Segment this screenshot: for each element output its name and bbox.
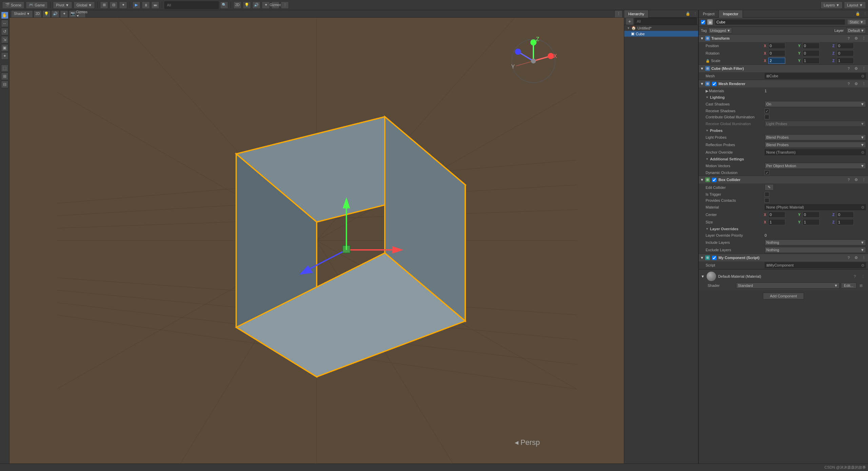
mesh-renderer-more-icon[interactable]: ⋮ [861,81,867,87]
transform-more-icon[interactable]: ⋮ [861,35,867,41]
scene-gizmos-btn[interactable]: Gizmos ▼ [78,10,86,18]
hierarchy-cube[interactable]: ▣ Cube [624,31,698,37]
rect-tool[interactable]: ▣ [1,44,8,52]
mesh-pick-icon[interactable]: ⊙ [861,74,864,78]
center-y-input[interactable] [803,212,820,218]
editor-tool-1[interactable]: ⬚ [1,64,8,72]
receive-gi-dropdown[interactable]: Light Probes ▼ [765,121,866,127]
step-btn[interactable]: ⏭ [151,1,159,9]
create-btn[interactable]: + [626,18,634,25]
inspector-tab[interactable]: Inspector [719,10,743,18]
add-component-btn[interactable]: Add Component [763,293,804,299]
material-edit-btn[interactable]: Edit... [841,282,856,289]
tag-dropdown[interactable]: Untagged▼ [708,27,732,34]
materials-arrow[interactable]: ▶ [706,89,708,93]
scale-y-input[interactable] [803,58,820,64]
cast-shadows-dropdown[interactable]: On ▼ [765,101,866,107]
my-component-settings-icon[interactable]: ⚙ [853,255,859,261]
layers-btn[interactable]: Layers▼ [821,1,843,9]
receive-shadows-check[interactable]: ✓ [765,109,769,113]
my-component-enable[interactable] [712,256,716,260]
transform-help-icon[interactable]: ? [846,35,852,41]
mesh-renderer-settings-icon[interactable]: ⚙ [853,81,859,87]
position-z-input[interactable] [837,43,854,49]
size-z-input[interactable] [837,219,854,225]
fx-btn[interactable]: ✦ [262,1,270,9]
layer-overrides-label[interactable]: ▼ Layer Overrides [699,226,868,232]
scene-tab-btn[interactable]: 🎬 Scene [2,1,24,9]
more-btn[interactable]: ⋮ [281,1,289,9]
object-name-field[interactable] [715,19,845,25]
shading-btn[interactable]: Shaded ▼ [11,10,33,18]
scene-view[interactable]: Shaded ▼ 2D 💡 🔊 ✦ 📷 Gizmos ▼ ⋮ [9,10,624,464]
scene-light-btn[interactable]: 💡 [42,10,51,18]
is-trigger-check[interactable] [765,192,769,197]
transform-settings-icon[interactable]: ⚙ [853,35,859,41]
search-icon[interactable]: 🔍 [220,1,228,9]
anchor-ref-field[interactable]: None (Transform) ⊙ [765,149,866,155]
scale-lock-icon[interactable]: 🔒 [706,59,710,63]
scene-more-btn[interactable]: ⋮ [614,10,623,18]
scene-audio-btn[interactable]: 🔊 [51,10,59,18]
mesh-renderer-enable[interactable] [712,82,716,86]
contribute-gi-check[interactable] [765,115,769,119]
project-tab[interactable]: Project [699,10,719,18]
hierarchy-tab[interactable]: Hierarchy [624,10,649,18]
rotation-x-input[interactable] [768,50,785,56]
layout-btn[interactable]: Layout▼ [844,1,866,9]
mesh-renderer-header[interactable]: ▼ ⊞ Mesh Renderer ? ⚙ ⋮ [699,80,868,87]
box-collider-more-icon[interactable]: ⋮ [861,177,867,183]
layer-dropdown[interactable]: Default▼ [846,27,866,34]
shader-dropdown[interactable]: Standard ▼ [736,282,840,289]
grid-snap-btn[interactable]: ⊞ [100,1,108,9]
scale-tool[interactable]: ⇲ [1,36,8,43]
mesh-filter-more-icon[interactable]: ⋮ [861,65,867,72]
script-ref-field[interactable]: ⊞ MyComponent ⊙ [765,262,866,268]
center-z-input[interactable] [837,212,854,218]
rotation-z-input[interactable] [837,50,854,56]
edit-collider-btn[interactable]: ✎ [765,184,774,191]
light-btn[interactable]: 💡 [243,1,251,9]
audio-btn[interactable]: 🔊 [252,1,260,9]
2d-btn[interactable]: 2D [233,1,241,9]
hierarchy-untitled[interactable]: ▼ 🏠 Untitled* [624,25,698,31]
move-tool[interactable]: ↔ [1,20,8,27]
exclude-layers-dropdown[interactable]: Nothing ▼ [765,247,866,253]
editor-tool-2[interactable]: ⊞ [1,73,8,80]
pause-btn[interactable]: ⏸ [142,1,150,9]
box-collider-enable[interactable] [712,178,716,182]
rotation-y-input[interactable] [803,50,820,56]
script-pick-icon[interactable]: ⊙ [861,263,864,268]
position-y-input[interactable] [803,43,820,49]
pivot-btn[interactable]: Pivot ▼ [53,1,72,9]
hierarchy-more-icon[interactable]: ⋮ [692,11,698,17]
mesh-renderer-help-icon[interactable]: ? [846,81,852,87]
mesh-ref-field[interactable]: ⊞ Cube ⊙ [765,73,866,79]
scene-fx-btn[interactable]: ✦ [60,10,68,18]
motion-vectors-dropdown[interactable]: Per Object Motion ▼ [765,163,866,169]
light-probes-dropdown[interactable]: Blend Probes ▼ [765,134,866,140]
material-expand-icon[interactable]: ⊞ [858,282,864,289]
transform-tool[interactable]: ✦ [1,52,8,60]
material-header[interactable]: ▼ Default-Material (Material) ? ⋮ [701,271,866,282]
hierarchy-lock-icon[interactable]: 🔒 [685,11,691,17]
material-more-icon[interactable]: ⋮ [860,273,866,279]
game-tab-btn[interactable]: 🎮 Game [26,1,48,9]
hierarchy-search[interactable] [634,18,697,25]
anchor-pick-icon[interactable]: ⊙ [861,150,864,155]
global-btn[interactable]: Global ▼ [74,1,95,9]
box-collider-settings-icon[interactable]: ⚙ [853,177,859,183]
transform-header[interactable]: ▼ ⊞ Transform ? ⚙ ⋮ [699,35,868,42]
center-x-input[interactable] [768,212,785,218]
box-collider-header[interactable]: ▼ ⊞ Box Collider ? ⚙ ⋮ [699,176,868,183]
material-help-icon[interactable]: ? [852,273,858,279]
collider-material-field[interactable]: None (Physic Material) ⊙ [765,204,866,210]
mesh-filter-settings-icon[interactable]: ⚙ [853,65,859,72]
size-x-input[interactable] [768,219,785,225]
position-x-input[interactable] [768,43,785,49]
scale-z-input[interactable] [837,58,854,64]
snap-btn[interactable]: ⊟ [110,1,118,9]
scale-x-input[interactable] [768,58,785,64]
reflection-probes-dropdown[interactable]: Blend Probes ▼ [765,142,866,148]
gizmos-btn[interactable]: Gizmos [271,1,279,9]
